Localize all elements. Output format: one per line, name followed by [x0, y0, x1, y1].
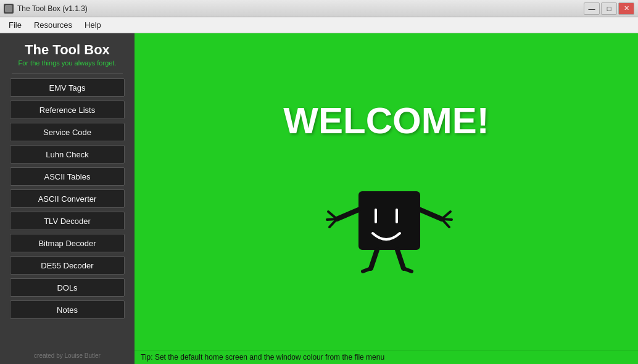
svg-line-14 — [397, 250, 404, 268]
tip-text: Tip: Set the default home screen and the… — [141, 353, 384, 362]
svg-line-13 — [363, 268, 371, 271]
menu-resources[interactable]: Resources — [28, 19, 78, 31]
menu-bar: File Resources Help — [0, 17, 638, 33]
svg-line-8 — [420, 210, 442, 219]
nav-bitmap-decoder[interactable]: Bitmap Decoder — [10, 234, 125, 252]
menu-help[interactable]: Help — [78, 19, 107, 31]
svg-rect-1 — [358, 191, 420, 250]
window-title: The Tool Box (v1.1.3) — [17, 4, 88, 13]
menu-file[interactable]: File — [2, 19, 28, 31]
mascot-image — [318, 160, 454, 284]
sidebar-title: The Tool Box — [25, 42, 110, 58]
svg-line-4 — [337, 210, 358, 219]
nav-ascii-converter[interactable]: ASCII Converter — [10, 189, 125, 208]
nav-ascii-tables[interactable]: ASCII Tables — [10, 167, 125, 186]
svg-line-15 — [404, 268, 412, 271]
welcome-heading: WELCOME! — [283, 99, 489, 142]
nav-reference-lists[interactable]: Reference Lists — [10, 101, 125, 119]
svg-rect-0 — [5, 5, 12, 12]
nav-luhn-check[interactable]: Luhn Check — [10, 145, 125, 163]
nav-emv-tags[interactable]: EMV Tags — [10, 78, 125, 97]
tip-bar: Tip: Set the default home screen and the… — [135, 350, 638, 364]
nav-dols[interactable]: DOLs — [10, 278, 125, 297]
main-layout: The Tool Box For the things you always f… — [0, 33, 638, 364]
minimize-button[interactable]: — — [584, 2, 600, 15]
window-controls: — □ ✕ — [584, 2, 634, 15]
sidebar-footer: created by Louise Butler — [34, 347, 101, 359]
sidebar: The Tool Box For the things you always f… — [0, 33, 135, 364]
close-button[interactable]: ✕ — [618, 2, 634, 15]
app-icon — [4, 4, 14, 14]
maximize-button[interactable]: □ — [601, 2, 617, 15]
nav-notes[interactable]: Notes — [10, 300, 125, 319]
nav-de55-decoder[interactable]: DE55 Decoder — [10, 256, 125, 275]
nav-service-code[interactable]: Service Code — [10, 123, 125, 141]
sidebar-subtitle: For the things you always forget. — [19, 59, 117, 67]
content-area: WELCOME! — [135, 33, 638, 364]
welcome-area: WELCOME! — [135, 33, 638, 350]
nav-tlv-decoder[interactable]: TLV Decoder — [10, 212, 125, 230]
title-bar: The Tool Box (v1.1.3) — □ ✕ — [0, 0, 638, 17]
svg-line-12 — [371, 250, 377, 268]
sidebar-divider — [12, 73, 123, 73]
